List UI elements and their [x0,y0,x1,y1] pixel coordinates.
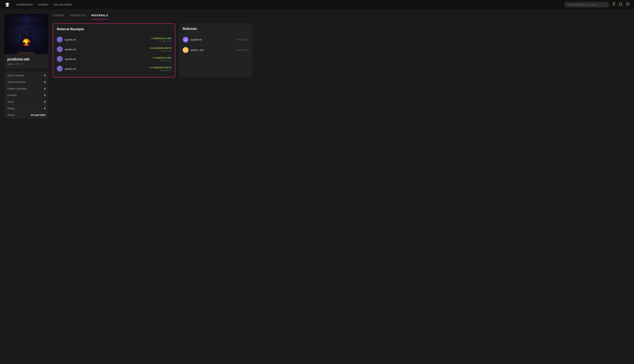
user-icon[interactable] [612,2,616,7]
stat-value-stores: 0 [44,100,46,103]
content-area: STORES PRODUCTS REFERRALS Referral Recei… [53,14,252,119]
stat-label-rating: Rating [7,107,14,110]
stat-value-rating: 0 [44,107,46,110]
bell-icon[interactable] [618,2,623,7]
svg-point-21 [59,48,61,49]
navbar: CATEGORIES STORES COLLECTIONS [0,0,634,10]
avatar-1 [57,37,63,42]
profile-image [5,14,49,54]
main-content: predictor.eth 0xfb4e...076 ⧉ Orders Crea… [0,10,257,123]
logo[interactable] [5,2,10,8]
receipt-name-2: sgoldik.eth [65,48,76,51]
copy-icon[interactable]: ⧉ [21,62,23,66]
svg-point-23 [59,68,61,69]
receipt-amount-2: + 0.00000008 WETH [149,47,171,50]
referral-avatar-2: 🟡 [183,47,189,53]
receipt-item-1: sgoldik.eth + 0.00000115 LINK 16 May 202… [57,35,171,44]
avatar-4 [57,66,63,72]
search-input[interactable] [565,2,609,7]
referral-avatar-1 [183,37,189,42]
stat-value-joined: 05 April 2024 [31,114,46,116]
stat-label-orders-received: Orders Received [7,81,25,84]
address-text: 0xfb4e...076 [7,63,20,66]
receipt-date-4: 30 April 2024 [149,69,171,72]
stat-products: Products 0 [5,92,49,98]
referral-name-1: sgoldik.eth [190,38,202,41]
referral-receipts-title: Referral Receipts [57,27,171,31]
stat-label-joined: Joined [7,114,14,116]
svg-point-24 [185,38,186,40]
nav-right [565,2,629,7]
receipt-date-1: 16 May 2024 [150,40,171,42]
nav-link-categories[interactable]: CATEGORIES [16,3,33,6]
referral-date-1: 04 April 2024 [236,38,249,41]
stat-value-orders-received: 0 [44,81,46,84]
svg-point-20 [59,38,61,40]
nav-links: CATEGORIES STORES COLLECTIONS [16,3,559,6]
stat-rating: Rating 0 [5,105,49,112]
avatar-3 [57,56,63,62]
stat-joined: Joined 05 April 2024 [5,112,49,118]
stat-orders-received: Orders Received 0 [5,79,49,86]
receipt-name-1: sgoldik.eth [65,38,76,41]
receipt-left-3: sgoldik.eth [57,56,76,62]
sidebar: predictor.eth 0xfb4e...076 ⧉ Orders Crea… [5,14,49,119]
receipt-left-4: sgoldik.eth [57,66,76,72]
profile-address: 0xfb4e...076 ⧉ [7,62,46,66]
stat-value-products: 0 [44,94,46,96]
referral-date-2: 05 April 2024 [236,49,249,51]
receipt-amount-3: + 0.0000023 LINK [152,56,171,59]
svg-point-10 [23,27,30,35]
receipt-name-4: sgoldik.eth [65,68,76,70]
tabs: STORES PRODUCTS REFERRALS [53,14,252,20]
referrals-title: Referrals [183,27,249,31]
nav-link-collections[interactable]: COLLECTIONS [54,3,72,6]
nav-link-stores[interactable]: STORES [38,3,49,6]
receipt-left-2: sgoldik.eth [57,46,76,52]
stat-orders-guaranted: Orders Guaranted 0 [5,86,49,92]
stat-label-orders-created: Orders Created [7,74,24,77]
tab-referrals[interactable]: REFERRALS [91,14,108,20]
stat-label-orders-guaranted: Orders Guaranted [7,87,27,90]
profile-card: predictor.eth 0xfb4e...076 ⧉ [5,14,49,68]
svg-point-4 [629,6,629,6]
svg-point-0 [613,3,614,4]
receipt-item-4: sgoldik.eth + 0.00000004 WETH 30 April 2… [57,64,171,74]
receipt-right-4: + 0.00000004 WETH 30 April 2024 [149,66,171,72]
referral-name-2: 0xf50d...b63 [190,49,204,52]
receipt-date-3: 27 April 2024 [152,60,171,62]
stat-label-stores: Stores [7,100,14,103]
receipt-amount-1: + 0.00000115 LINK [150,37,171,40]
referral-left-1: sgoldik.eth [183,37,202,42]
avatar-2 [57,46,63,52]
receipt-item-2: sgoldik.eth + 0.00000008 WETH 11 April 2… [57,44,171,54]
tab-products[interactable]: PRODUCTS [70,14,86,20]
receipt-amount-4: + 0.00000004 WETH [149,66,171,69]
stats-card: Orders Created 3 Orders Received 0 Order… [5,72,49,119]
receipt-right-3: + 0.0000023 LINK 27 April 2024 [152,56,171,62]
svg-rect-19 [5,14,49,25]
receipt-left-1: sgoldik.eth [57,37,76,42]
receipt-item-3: sgoldik.eth + 0.0000023 LINK 27 April 20… [57,54,171,64]
svg-point-22 [59,58,61,59]
profile-name: predictor.eth [7,57,46,62]
receipt-right-2: + 0.00000008 WETH 11 April 2024 [149,47,171,52]
stat-stores: Stores 0 [5,98,49,105]
referral-item-1: sgoldik.eth 04 April 2024 [183,34,249,45]
stat-value-orders-created: 3 [44,74,46,77]
referral-receipts-panel: Referral Receipts sgoldik.eth + 0. [53,23,175,78]
stat-orders-created: Orders Created 3 [5,72,49,79]
content-grid: Referral Receipts sgoldik.eth + 0. [53,23,252,78]
svg-point-3 [627,6,627,6]
receipt-date-2: 11 April 2024 [149,50,171,52]
profile-info: predictor.eth 0xfb4e...076 ⧉ [5,54,49,68]
referral-left-2: 🟡 0xf50d...b63 [183,47,204,53]
stat-label-products: Products [7,94,17,96]
receipt-name-3: sgoldik.eth [65,58,76,60]
cart-icon[interactable] [625,2,629,7]
stat-value-orders-guaranted: 0 [44,87,46,90]
referral-item-2: 🟡 0xf50d...b63 05 April 2024 [183,45,249,55]
tab-stores[interactable]: STORES [53,14,64,20]
referrals-panel: Referrals sgoldik.eth 04 April 2024 [179,23,252,78]
receipt-right-1: + 0.00000115 LINK 16 May 2024 [150,37,171,42]
